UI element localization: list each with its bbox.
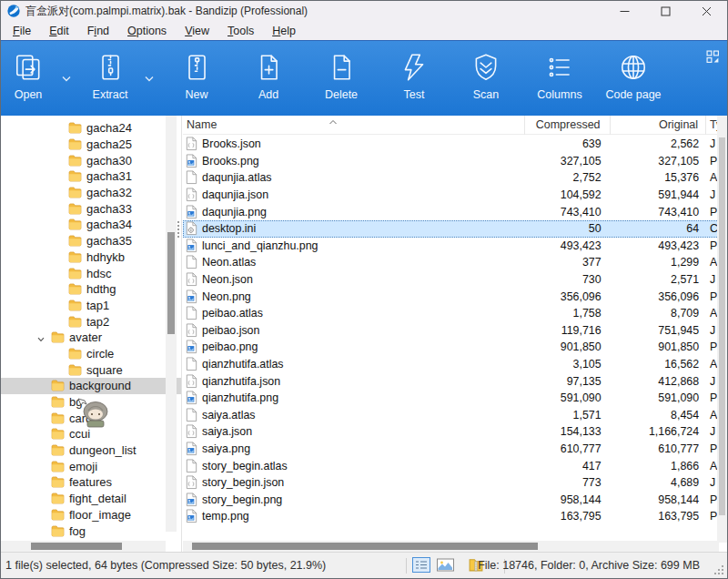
menu-edit[interactable]: Edit bbox=[40, 23, 78, 39]
filelist-vertical-scrollbar[interactable] bbox=[717, 116, 727, 543]
test-button[interactable]: Test bbox=[378, 50, 450, 110]
tree-item-gacha33[interactable]: gacha33 bbox=[1, 200, 181, 217]
file-row-story_begin.atlas[interactable]: story_begin.atlas4171,866A bbox=[183, 457, 719, 474]
file-row-peibao.atlas[interactable]: peibao.atlas1,7588,709A bbox=[183, 305, 719, 322]
details-view-icon[interactable] bbox=[412, 557, 430, 575]
filelist-vertical-scrollbar-thumb[interactable] bbox=[719, 137, 725, 515]
file-row-Neon.json[interactable]: Neon.json7302,571J bbox=[183, 271, 719, 289]
png-file-icon bbox=[186, 340, 197, 354]
tree-item-label: hdthg bbox=[86, 282, 116, 296]
tree-item-hdsc[interactable]: hdsc bbox=[1, 265, 181, 281]
tree-item-card[interactable]: card bbox=[1, 410, 181, 426]
resize-grip[interactable] bbox=[713, 564, 725, 576]
png-file-icon bbox=[186, 239, 197, 253]
file-row-story_begin.json[interactable]: story_begin.json7734,689J bbox=[183, 474, 719, 492]
file-row-Neon.atlas[interactable]: Neon.atlas3771,299A bbox=[183, 254, 719, 271]
file-row-Brooks.png[interactable]: Brooks.png327,105327,105P bbox=[183, 153, 719, 170]
file-row-story_begin.png[interactable]: story_begin.png958,144958,144P bbox=[183, 491, 719, 508]
file-row-daqunjia.json[interactable]: daqunjia.json104,592591,944J bbox=[183, 187, 719, 204]
tree-item-gacha32[interactable]: gacha32 bbox=[1, 185, 181, 201]
tree-item-hdhykb[interactable]: hdhykb bbox=[1, 249, 181, 266]
tree-item-gacha25[interactable]: gacha25 bbox=[1, 137, 181, 153]
file-original-size: 901,850 bbox=[611, 340, 706, 353]
tree-item-tap1[interactable]: tap1 bbox=[1, 298, 181, 314]
menu-file[interactable]: File bbox=[4, 23, 40, 39]
delete-button[interactable]: Delete bbox=[305, 50, 378, 110]
tree-item-fog[interactable]: fog bbox=[1, 523, 181, 539]
folder-icon bbox=[68, 300, 82, 311]
file-row-qianzhutifa.png[interactable]: qianzhutifa.png591,090591,090P bbox=[183, 390, 719, 407]
add-button[interactable]: Add bbox=[232, 50, 305, 110]
maximize-button[interactable] bbox=[645, 1, 686, 21]
columns-button[interactable]: Columns bbox=[523, 50, 596, 110]
file-row-peibao.json[interactable]: peibao.json119,716751,945J bbox=[183, 322, 719, 340]
tree-expand-chevron-icon[interactable] bbox=[36, 333, 46, 342]
sidebar-horizontal-scrollbar-thumb[interactable] bbox=[31, 543, 122, 550]
file-original-size: 64 bbox=[611, 222, 706, 235]
file-row-qianzhutifa.json[interactable]: qianzhutifa.json97,135412,868J bbox=[183, 372, 719, 390]
tree-item-gacha34[interactable]: gacha34 bbox=[1, 217, 181, 233]
extract-button[interactable]: Extract bbox=[74, 50, 147, 110]
tree-item-label: circle bbox=[86, 347, 114, 361]
file-row-saiya.png[interactable]: saiya.png610,777610,777P bbox=[183, 441, 719, 458]
tree-item-ccui[interactable]: ccui bbox=[1, 426, 181, 442]
status-bar: 1 file(s) selected, 64 bytes (Compressed… bbox=[1, 552, 727, 578]
image-preview-icon[interactable] bbox=[437, 558, 454, 574]
tree-item-gacha30[interactable]: gacha30 bbox=[1, 152, 181, 168]
filelist-horizontal-scrollbar[interactable] bbox=[183, 541, 719, 552]
folder-icon bbox=[68, 218, 82, 230]
column-header-compressed[interactable]: Compressed bbox=[525, 116, 611, 135]
tree-item-bg[interactable]: bg bbox=[1, 394, 181, 411]
toolbar-layout-icon[interactable] bbox=[706, 50, 720, 64]
file-row-qianzhutifa.atlas[interactable]: qianzhutifa.atlas3,10516,562A bbox=[183, 356, 719, 373]
file-row-lunci_and_qianzhu.png[interactable]: lunci_and_qianzhu.png493,423493,423P bbox=[183, 238, 719, 255]
file-row-temp.png[interactable]: temp.png163,795163,795P bbox=[183, 508, 719, 525]
close-button[interactable] bbox=[686, 1, 727, 21]
file-row-saiya.json[interactable]: saiya.json154,1331,166,724J bbox=[183, 423, 719, 441]
menu-tools[interactable]: Tools bbox=[218, 23, 263, 39]
file-row-daqunjia.png[interactable]: daqunjia.png743,410743,410P bbox=[183, 203, 719, 220]
tree-item-background[interactable]: background bbox=[1, 378, 181, 394]
file-compressed-size: 2,752 bbox=[525, 171, 611, 184]
file-row-Neon.png[interactable]: Neon.png356,096356,096P bbox=[183, 288, 719, 305]
sidebar-horizontal-scrollbar[interactable] bbox=[1, 541, 166, 552]
file-row-desktop.ini[interactable]: desktop.ini5064C bbox=[183, 220, 719, 238]
new-button[interactable]: New bbox=[160, 50, 233, 110]
tree-item-hdthg[interactable]: hdthg bbox=[1, 281, 181, 298]
file-row-saiya.atlas[interactable]: saiya.atlas1,5718,454A bbox=[183, 407, 719, 424]
file-compressed-size: 743,410 bbox=[525, 206, 611, 218]
sidebar-vertical-scrollbar-thumb[interactable] bbox=[167, 232, 175, 334]
scan-button[interactable]: Scan bbox=[450, 50, 522, 110]
file-row-Brooks.json[interactable]: Brooks.json6392,562J bbox=[183, 136, 719, 153]
tree-item-circle[interactable]: circle bbox=[1, 346, 181, 362]
minimize-button[interactable] bbox=[604, 1, 645, 21]
column-header-original[interactable]: Original bbox=[611, 116, 706, 135]
menu-options[interactable]: Options bbox=[118, 23, 176, 39]
sidebar-vertical-scrollbar[interactable] bbox=[166, 116, 177, 532]
tree-item-square[interactable]: square bbox=[1, 361, 181, 378]
chevron-down-icon[interactable] bbox=[61, 70, 72, 79]
tree-item-emoji[interactable]: emoji bbox=[1, 458, 181, 474]
filelist-horizontal-scrollbar-thumb[interactable] bbox=[192, 543, 538, 550]
column-header-name[interactable]: Name bbox=[183, 116, 525, 135]
tree-item-features[interactable]: features bbox=[1, 474, 181, 491]
tree-item-gacha35[interactable]: gacha35 bbox=[1, 233, 181, 249]
tree-item-tap2[interactable]: tap2 bbox=[1, 313, 181, 330]
tree-item-dungeon_list[interactable]: dungeon_list bbox=[1, 442, 181, 459]
tree-item-fight_detail[interactable]: fight_detail bbox=[1, 491, 181, 507]
code-page-button[interactable]: Code page bbox=[597, 50, 670, 110]
chevron-down-icon[interactable] bbox=[144, 70, 155, 79]
file-row-daqunjia.atlas[interactable]: daqunjia.atlas2,75215,376A bbox=[183, 169, 719, 187]
folder-icon bbox=[68, 187, 82, 198]
pane-splitter-grip[interactable] bbox=[177, 219, 180, 239]
menu-find[interactable]: Find bbox=[78, 23, 118, 39]
menu-help[interactable]: Help bbox=[263, 23, 305, 39]
open-button[interactable]: Open bbox=[0, 50, 65, 110]
pane-splitter[interactable] bbox=[181, 116, 182, 552]
tree-item-gacha24[interactable]: gacha24 bbox=[1, 120, 181, 137]
file-row-peibao.png[interactable]: peibao.png901,850901,850P bbox=[183, 339, 719, 356]
tree-item-floor_image[interactable]: floor_image bbox=[1, 507, 181, 523]
tree-item-gacha31[interactable]: gacha31 bbox=[1, 168, 181, 185]
menu-view[interactable]: View bbox=[176, 23, 218, 39]
tree-item-avater[interactable]: avater bbox=[1, 330, 181, 346]
